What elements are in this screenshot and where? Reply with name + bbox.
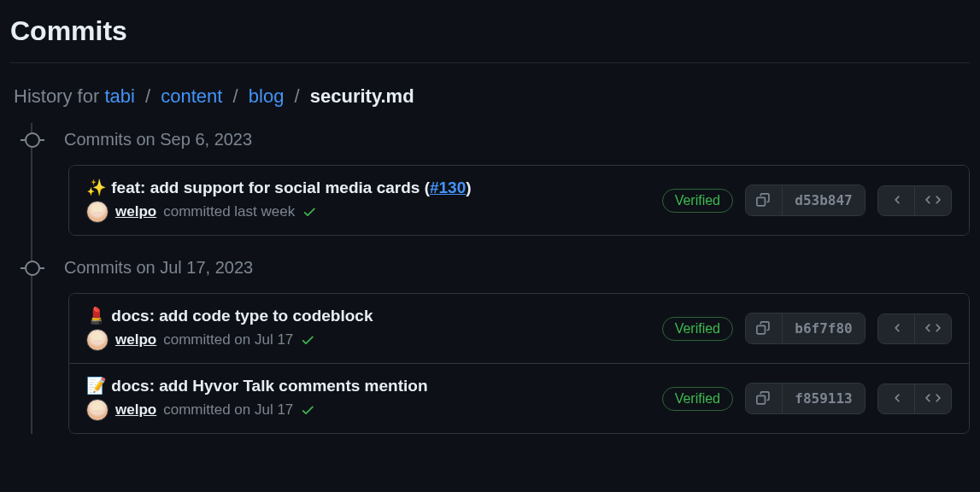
avatar[interactable]: [86, 329, 109, 351]
commit-timeline: Commits on Sep 6, 2023 ✨ feat: add suppo…: [10, 123, 970, 434]
copy-sha-button[interactable]: [746, 384, 783, 413]
commit-list: ✨ feat: add support for social media car…: [68, 165, 970, 236]
verified-badge[interactable]: Verified: [662, 387, 733, 411]
status-check-icon[interactable]: [300, 332, 315, 348]
commit-meta: welpo committed on Jul 17: [86, 329, 373, 351]
breadcrumb-link-content[interactable]: content: [161, 85, 222, 107]
author-link[interactable]: welpo: [115, 203, 156, 220]
view-code-button[interactable]: [915, 186, 951, 215]
avatar[interactable]: [86, 399, 109, 421]
commit-actions: Verified f859113: [662, 383, 952, 414]
author-link[interactable]: welpo: [115, 401, 156, 419]
breadcrumb: History for tabi / content / blog / secu…: [10, 80, 970, 123]
breadcrumb-link-tabi[interactable]: tabi: [104, 85, 134, 107]
browse-repo-button[interactable]: [878, 384, 915, 413]
commit-group-header: Commits on Sep 6, 2023: [29, 123, 970, 165]
commit-row: ✨ feat: add support for social media car…: [69, 166, 969, 235]
commit-sha-link[interactable]: d53b847: [783, 185, 865, 215]
sha-button-group: b6f7f80: [745, 313, 866, 344]
commit-emoji: ✨: [86, 179, 107, 196]
browse-button-group: [877, 185, 952, 216]
commit-time: committed on Jul 17: [163, 331, 293, 348]
commit-info: 📝 docs: add Hyvor Talk comments mention …: [86, 376, 428, 421]
breadcrumb-link-blog[interactable]: blog: [249, 85, 285, 107]
commit-sha-link[interactable]: f859113: [783, 384, 865, 413]
commit-sha-link[interactable]: b6f7f80: [783, 313, 865, 343]
commit-info: ✨ feat: add support for social media car…: [86, 178, 472, 223]
copy-sha-button[interactable]: [746, 313, 783, 343]
commit-title-text: feat: add support for social media cards…: [111, 179, 430, 196]
commit-node-icon: [25, 261, 40, 276]
commit-meta: welpo committed on Jul 17: [86, 399, 428, 421]
view-code-button[interactable]: [915, 384, 951, 413]
commit-group-title: Commits on Sep 6, 2023: [64, 130, 252, 149]
commit-title[interactable]: 📝 docs: add Hyvor Talk comments mention: [86, 376, 428, 395]
breadcrumb-sep: /: [228, 85, 244, 107]
sha-button-group: f859113: [745, 383, 866, 414]
author-link[interactable]: welpo: [115, 331, 156, 348]
commit-info: 💄 docs: add code type to codeblock welpo…: [86, 306, 373, 351]
browse-repo-button[interactable]: [878, 186, 915, 215]
commit-actions: Verified d53b847: [662, 184, 952, 216]
divider: [10, 62, 970, 63]
verified-badge[interactable]: Verified: [662, 317, 733, 341]
commit-group: Commits on Jul 17, 2023 💄 docs: add code…: [29, 251, 970, 434]
commit-group-title: Commits on Jul 17, 2023: [64, 258, 253, 278]
copy-sha-button[interactable]: [746, 185, 783, 215]
breadcrumb-sep: /: [140, 85, 156, 107]
commit-time: committed on Jul 17: [163, 401, 293, 419]
commit-title-text: docs: add code type to codeblock: [111, 307, 373, 325]
breadcrumb-sep: /: [290, 85, 305, 107]
commit-row: 📝 docs: add Hyvor Talk comments mention …: [69, 364, 969, 433]
verified-badge[interactable]: Verified: [662, 189, 733, 213]
status-check-icon[interactable]: [302, 204, 317, 220]
browse-repo-button[interactable]: [878, 314, 915, 343]
commit-title-tail: ): [466, 179, 471, 196]
commit-title[interactable]: 💄 docs: add code type to codeblock: [86, 306, 373, 325]
status-check-icon[interactable]: [300, 402, 315, 418]
commit-title-text: docs: add Hyvor Talk comments mention: [111, 377, 427, 395]
commit-node-icon: [25, 132, 40, 148]
commit-list: 💄 docs: add code type to codeblock welpo…: [68, 293, 970, 434]
browse-button-group: [877, 313, 952, 344]
commit-group: Commits on Sep 6, 2023 ✨ feat: add suppo…: [29, 123, 970, 236]
sha-button-group: d53b847: [745, 184, 866, 216]
commit-title[interactable]: ✨ feat: add support for social media car…: [86, 178, 472, 197]
browse-button-group: [877, 384, 952, 414]
page-title: Commits: [10, 10, 970, 62]
commit-time: committed last week: [163, 203, 295, 220]
breadcrumb-prefix: History for: [14, 85, 99, 107]
view-code-button[interactable]: [915, 314, 951, 343]
commit-emoji: 📝: [86, 377, 107, 395]
commit-row: 💄 docs: add code type to codeblock welpo…: [69, 294, 969, 364]
commit-actions: Verified b6f7f80: [662, 313, 952, 344]
pr-link[interactable]: #130: [430, 179, 466, 196]
commit-meta: welpo committed last week: [86, 201, 472, 223]
avatar[interactable]: [86, 201, 109, 223]
commit-emoji: 💄: [86, 307, 107, 325]
commit-group-header: Commits on Jul 17, 2023: [29, 251, 970, 293]
breadcrumb-current: security.md: [310, 85, 414, 107]
